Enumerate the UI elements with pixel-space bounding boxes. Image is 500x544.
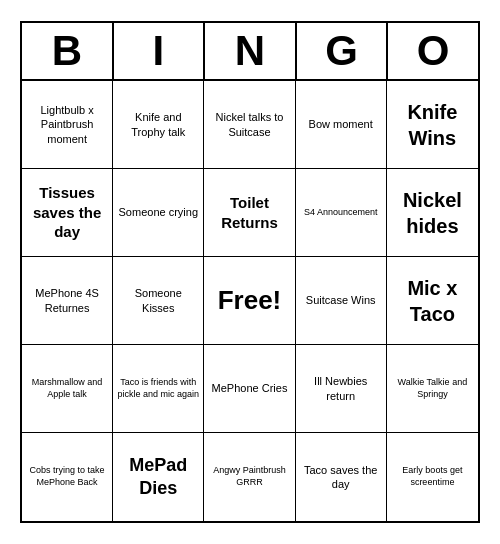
header-o: O: [388, 23, 478, 79]
bingo-cell-17: MePhone Cries: [204, 345, 295, 433]
bingo-cell-22: Angwy Paintbrush GRRR: [204, 433, 295, 521]
bingo-cell-23: Taco saves the day: [296, 433, 387, 521]
bingo-cell-0: Lightbulb x Paintbrush moment: [22, 81, 113, 169]
bingo-cell-4: Knife Wins: [387, 81, 478, 169]
bingo-cell-1: Knife and Trophy talk: [113, 81, 204, 169]
bingo-cell-14: Mic x Taco: [387, 257, 478, 345]
bingo-cell-15: Marshmallow and Apple talk: [22, 345, 113, 433]
bingo-cell-21: MePad Dies: [113, 433, 204, 521]
header-b: B: [22, 23, 114, 79]
bingo-cell-19: Walkie Talkie and Springy: [387, 345, 478, 433]
header-g: G: [297, 23, 389, 79]
bingo-cell-11: Someone Kisses: [113, 257, 204, 345]
bingo-cell-16: Taco is friends with pickle and mic agai…: [113, 345, 204, 433]
bingo-cell-8: S4 Announcement: [296, 169, 387, 257]
bingo-grid: Lightbulb x Paintbrush momentKnife and T…: [22, 81, 478, 521]
bingo-cell-13: Suitcase Wins: [296, 257, 387, 345]
bingo-cell-7: Toilet Returns: [204, 169, 295, 257]
bingo-cell-20: Cobs trying to take MePhone Back: [22, 433, 113, 521]
bingo-cell-12: Free!: [204, 257, 295, 345]
bingo-header: B I N G O: [22, 23, 478, 81]
bingo-card: B I N G O Lightbulb x Paintbrush momentK…: [20, 21, 480, 523]
bingo-cell-3: Bow moment: [296, 81, 387, 169]
header-i: I: [114, 23, 206, 79]
bingo-cell-24: Early boots get screentime: [387, 433, 478, 521]
bingo-cell-18: Ill Newbies return: [296, 345, 387, 433]
bingo-cell-9: Nickel hides: [387, 169, 478, 257]
header-n: N: [205, 23, 297, 79]
bingo-cell-10: MePhone 4S Returnes: [22, 257, 113, 345]
bingo-cell-2: Nickel talks to Suitcase: [204, 81, 295, 169]
bingo-cell-5: Tissues saves the day: [22, 169, 113, 257]
bingo-cell-6: Someone crying: [113, 169, 204, 257]
